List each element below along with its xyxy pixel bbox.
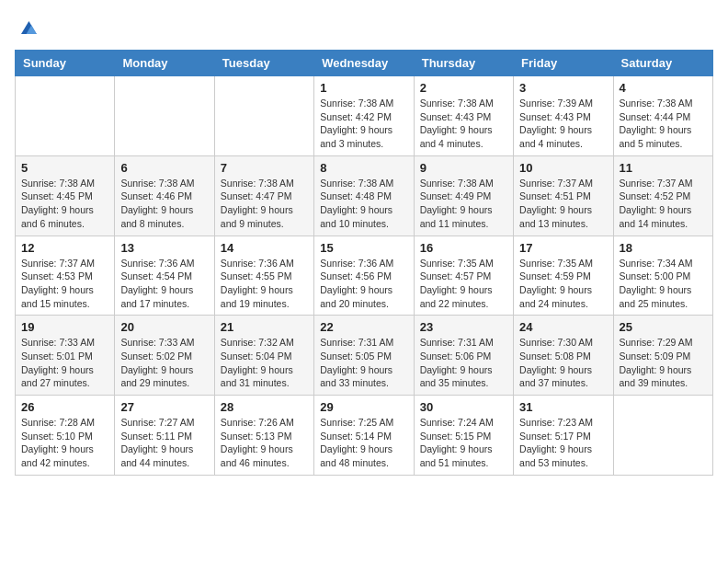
calendar-week-1: 1Sunrise: 7:38 AM Sunset: 4:42 PM Daylig… <box>16 76 713 156</box>
calendar-cell: 18Sunrise: 7:34 AM Sunset: 5:00 PM Dayli… <box>613 236 712 316</box>
day-info: Sunrise: 7:37 AM Sunset: 4:52 PM Dayligh… <box>620 177 707 231</box>
day-info: Sunrise: 7:36 AM Sunset: 4:55 PM Dayligh… <box>221 257 308 311</box>
day-info: Sunrise: 7:35 AM Sunset: 4:59 PM Dayligh… <box>519 257 607 311</box>
day-number: 15 <box>320 241 407 255</box>
day-number: 21 <box>221 320 308 334</box>
calendar-cell: 4Sunrise: 7:38 AM Sunset: 4:44 PM Daylig… <box>613 76 712 156</box>
day-info: Sunrise: 7:38 AM Sunset: 4:42 PM Dayligh… <box>320 97 407 151</box>
calendar-week-5: 26Sunrise: 7:28 AM Sunset: 5:10 PM Dayli… <box>16 396 713 476</box>
day-number: 6 <box>120 161 208 175</box>
calendar-cell: 12Sunrise: 7:37 AM Sunset: 4:53 PM Dayli… <box>16 236 115 316</box>
weekday-header-tuesday: Tuesday <box>214 51 313 76</box>
day-info: Sunrise: 7:31 AM Sunset: 5:06 PM Dayligh… <box>420 336 507 390</box>
calendar-cell <box>16 76 115 156</box>
day-info: Sunrise: 7:25 AM Sunset: 5:14 PM Dayligh… <box>320 416 407 470</box>
calendar-cell: 28Sunrise: 7:26 AM Sunset: 5:13 PM Dayli… <box>214 396 313 476</box>
day-info: Sunrise: 7:30 AM Sunset: 5:08 PM Dayligh… <box>519 336 607 390</box>
day-number: 31 <box>519 400 607 414</box>
weekday-header-sunday: Sunday <box>16 51 115 76</box>
calendar-cell: 14Sunrise: 7:36 AM Sunset: 4:55 PM Dayli… <box>214 236 313 316</box>
calendar-cell: 2Sunrise: 7:38 AM Sunset: 4:43 PM Daylig… <box>414 76 513 156</box>
day-number: 29 <box>320 400 407 414</box>
day-number: 25 <box>620 320 707 334</box>
day-info: Sunrise: 7:37 AM Sunset: 4:51 PM Dayligh… <box>519 177 607 231</box>
day-info: Sunrise: 7:27 AM Sunset: 5:11 PM Dayligh… <box>120 416 208 470</box>
day-info: Sunrise: 7:36 AM Sunset: 4:54 PM Dayligh… <box>120 257 208 311</box>
calendar-cell: 1Sunrise: 7:38 AM Sunset: 4:42 PM Daylig… <box>314 76 414 156</box>
calendar-cell: 6Sunrise: 7:38 AM Sunset: 4:46 PM Daylig… <box>115 155 214 236</box>
day-info: Sunrise: 7:34 AM Sunset: 5:00 PM Dayligh… <box>620 257 707 311</box>
day-info: Sunrise: 7:33 AM Sunset: 5:02 PM Dayligh… <box>120 336 208 390</box>
day-number: 13 <box>120 241 208 255</box>
calendar-table: SundayMondayTuesdayWednesdayThursdayFrid… <box>15 50 713 476</box>
day-number: 26 <box>21 400 108 414</box>
calendar-body: 1Sunrise: 7:38 AM Sunset: 4:42 PM Daylig… <box>16 76 713 476</box>
day-number: 28 <box>221 400 308 414</box>
calendar-header: SundayMondayTuesdayWednesdayThursdayFrid… <box>16 51 713 76</box>
day-number: 10 <box>519 161 607 175</box>
day-info: Sunrise: 7:39 AM Sunset: 4:43 PM Dayligh… <box>519 97 607 151</box>
calendar-cell: 27Sunrise: 7:27 AM Sunset: 5:11 PM Dayli… <box>115 396 214 476</box>
calendar-cell: 26Sunrise: 7:28 AM Sunset: 5:10 PM Dayli… <box>16 396 115 476</box>
day-number: 19 <box>21 320 108 334</box>
day-number: 20 <box>120 320 208 334</box>
day-number: 11 <box>620 161 707 175</box>
day-number: 4 <box>620 81 707 95</box>
calendar-cell: 21Sunrise: 7:32 AM Sunset: 5:04 PM Dayli… <box>214 316 313 396</box>
calendar-cell: 3Sunrise: 7:39 AM Sunset: 4:43 PM Daylig… <box>514 76 613 156</box>
day-info: Sunrise: 7:24 AM Sunset: 5:15 PM Dayligh… <box>420 416 507 470</box>
calendar-cell: 15Sunrise: 7:36 AM Sunset: 4:56 PM Dayli… <box>314 236 414 316</box>
day-info: Sunrise: 7:31 AM Sunset: 5:05 PM Dayligh… <box>320 336 407 390</box>
calendar-cell: 31Sunrise: 7:23 AM Sunset: 5:17 PM Dayli… <box>514 396 613 476</box>
page-header <box>15 15 713 40</box>
calendar-cell: 8Sunrise: 7:38 AM Sunset: 4:48 PM Daylig… <box>314 155 414 236</box>
calendar-cell: 30Sunrise: 7:24 AM Sunset: 5:15 PM Dayli… <box>414 396 513 476</box>
calendar-cell: 17Sunrise: 7:35 AM Sunset: 4:59 PM Dayli… <box>514 236 613 316</box>
logo-icon <box>15 15 40 40</box>
calendar-cell: 22Sunrise: 7:31 AM Sunset: 5:05 PM Dayli… <box>314 316 414 396</box>
day-number: 24 <box>519 320 607 334</box>
weekday-header-row: SundayMondayTuesdayWednesdayThursdayFrid… <box>16 51 713 76</box>
weekday-header-thursday: Thursday <box>414 51 513 76</box>
calendar-cell: 9Sunrise: 7:38 AM Sunset: 4:49 PM Daylig… <box>414 155 513 236</box>
day-number: 14 <box>221 241 308 255</box>
day-number: 8 <box>320 161 407 175</box>
weekday-header-friday: Friday <box>514 51 613 76</box>
calendar-week-4: 19Sunrise: 7:33 AM Sunset: 5:01 PM Dayli… <box>16 316 713 396</box>
day-info: Sunrise: 7:35 AM Sunset: 4:57 PM Dayligh… <box>420 257 507 311</box>
day-info: Sunrise: 7:38 AM Sunset: 4:43 PM Dayligh… <box>420 97 507 151</box>
day-number: 16 <box>420 241 507 255</box>
calendar-cell: 5Sunrise: 7:38 AM Sunset: 4:45 PM Daylig… <box>16 155 115 236</box>
day-info: Sunrise: 7:29 AM Sunset: 5:09 PM Dayligh… <box>620 336 707 390</box>
day-info: Sunrise: 7:37 AM Sunset: 4:53 PM Dayligh… <box>21 257 108 311</box>
calendar-week-3: 12Sunrise: 7:37 AM Sunset: 4:53 PM Dayli… <box>16 236 713 316</box>
calendar-cell: 24Sunrise: 7:30 AM Sunset: 5:08 PM Dayli… <box>514 316 613 396</box>
day-number: 12 <box>21 241 108 255</box>
day-number: 1 <box>320 81 407 95</box>
day-info: Sunrise: 7:38 AM Sunset: 4:46 PM Dayligh… <box>120 177 208 231</box>
day-info: Sunrise: 7:23 AM Sunset: 5:17 PM Dayligh… <box>519 416 607 470</box>
day-info: Sunrise: 7:38 AM Sunset: 4:47 PM Dayligh… <box>221 177 308 231</box>
calendar-cell: 16Sunrise: 7:35 AM Sunset: 4:57 PM Dayli… <box>414 236 513 316</box>
calendar-cell: 10Sunrise: 7:37 AM Sunset: 4:51 PM Dayli… <box>514 155 613 236</box>
calendar-cell <box>613 396 712 476</box>
day-number: 7 <box>221 161 308 175</box>
day-info: Sunrise: 7:36 AM Sunset: 4:56 PM Dayligh… <box>320 257 407 311</box>
day-info: Sunrise: 7:28 AM Sunset: 5:10 PM Dayligh… <box>21 416 108 470</box>
day-info: Sunrise: 7:38 AM Sunset: 4:49 PM Dayligh… <box>420 177 507 231</box>
calendar-cell: 29Sunrise: 7:25 AM Sunset: 5:14 PM Dayli… <box>314 396 414 476</box>
day-number: 3 <box>519 81 607 95</box>
weekday-header-saturday: Saturday <box>613 51 712 76</box>
day-info: Sunrise: 7:32 AM Sunset: 5:04 PM Dayligh… <box>221 336 308 390</box>
calendar-cell: 13Sunrise: 7:36 AM Sunset: 4:54 PM Dayli… <box>115 236 214 316</box>
calendar-cell <box>115 76 214 156</box>
calendar-cell: 7Sunrise: 7:38 AM Sunset: 4:47 PM Daylig… <box>214 155 313 236</box>
day-number: 22 <box>320 320 407 334</box>
calendar-cell: 11Sunrise: 7:37 AM Sunset: 4:52 PM Dayli… <box>613 155 712 236</box>
calendar-cell: 19Sunrise: 7:33 AM Sunset: 5:01 PM Dayli… <box>16 316 115 396</box>
calendar-cell: 23Sunrise: 7:31 AM Sunset: 5:06 PM Dayli… <box>414 316 513 396</box>
calendar-cell: 25Sunrise: 7:29 AM Sunset: 5:09 PM Dayli… <box>613 316 712 396</box>
day-number: 2 <box>420 81 507 95</box>
day-info: Sunrise: 7:33 AM Sunset: 5:01 PM Dayligh… <box>21 336 108 390</box>
day-info: Sunrise: 7:38 AM Sunset: 4:44 PM Dayligh… <box>620 97 707 151</box>
